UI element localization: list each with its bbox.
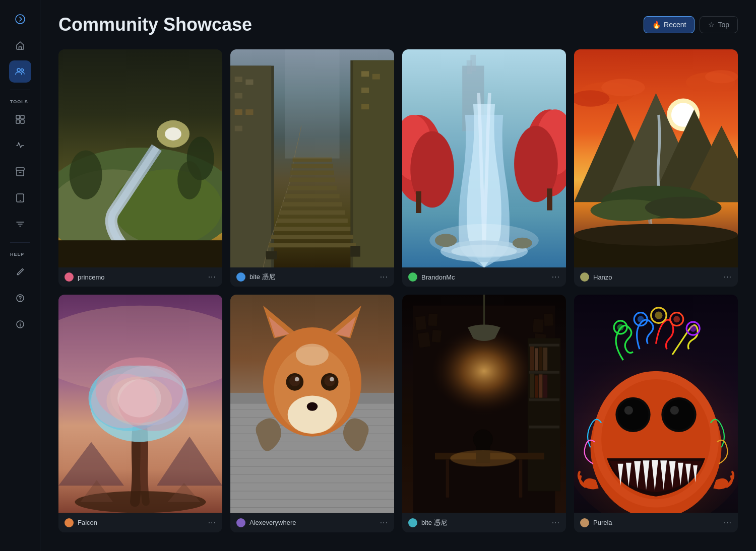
svg-point-13 <box>20 322 20 323</box>
card-more-button-1[interactable]: ··· <box>208 272 216 282</box>
svg-rect-141 <box>432 330 442 342</box>
card-image-2 <box>230 49 394 267</box>
edit-button[interactable] <box>9 261 31 283</box>
community-button[interactable] <box>9 60 31 83</box>
recent-icon: 🔥 <box>652 21 661 29</box>
svg-point-184 <box>624 406 633 415</box>
svg-rect-138 <box>415 316 426 330</box>
svg-point-164 <box>450 450 516 467</box>
svg-point-2 <box>21 69 23 72</box>
author-avatar-8 <box>580 518 589 527</box>
top-icon: ☆ <box>708 21 715 29</box>
svg-point-75 <box>601 79 645 96</box>
nav-toggle-button[interactable] <box>9 8 31 30</box>
author-name-1: princemo <box>78 273 104 281</box>
svg-rect-34 <box>353 60 394 268</box>
svg-rect-4 <box>21 115 24 119</box>
help-button[interactable] <box>9 287 31 309</box>
svg-rect-42 <box>277 219 348 223</box>
svg-rect-6 <box>21 120 24 123</box>
card-author-6: Alexeverywhere <box>236 518 296 527</box>
page-header: Community Showcase 🔥 Recent ☆ Top <box>58 14 738 35</box>
svg-rect-23 <box>58 240 222 267</box>
recent-button[interactable]: 🔥 Recent <box>644 16 695 33</box>
svg-point-185 <box>670 406 679 415</box>
svg-point-9 <box>20 200 21 201</box>
card-more-button-6[interactable]: ··· <box>380 518 388 527</box>
card-more-button-5[interactable]: ··· <box>208 518 216 527</box>
author-avatar-1 <box>65 272 74 282</box>
card-more-button-2[interactable]: ··· <box>380 272 388 282</box>
filter-buttons: 🔥 Recent ☆ Top <box>644 16 738 33</box>
filter-button[interactable] <box>9 213 31 235</box>
svg-rect-151 <box>535 348 538 370</box>
card-more-button-7[interactable]: ··· <box>552 518 560 527</box>
card-more-button-8[interactable]: ··· <box>724 518 732 527</box>
svg-rect-30 <box>235 109 242 115</box>
svg-rect-5 <box>16 120 20 123</box>
author-avatar-7 <box>408 518 417 527</box>
gallery-card-1[interactable]: princemo ··· <box>58 49 222 287</box>
author-avatar-4 <box>580 272 589 282</box>
sidebar-divider-2 <box>10 242 30 243</box>
card-image-8 <box>574 295 738 513</box>
svg-point-0 <box>16 15 25 24</box>
tools-grid-button[interactable] <box>9 108 31 130</box>
like-button[interactable] <box>9 134 31 157</box>
card-author-5: Falcon <box>65 518 97 527</box>
top-button[interactable]: ☆ Top <box>700 16 738 33</box>
gallery-card-7[interactable]: bite 憑尼 ··· <box>402 295 566 532</box>
svg-rect-32 <box>235 126 242 131</box>
sidebar-divider-1 <box>10 90 30 90</box>
gallery-card-5[interactable]: Falcon ··· <box>58 295 222 532</box>
home-button[interactable] <box>9 34 31 56</box>
svg-point-20 <box>70 150 102 199</box>
tools-section-label: TOOLS <box>0 99 28 104</box>
svg-point-183 <box>664 399 695 430</box>
svg-rect-156 <box>539 374 543 398</box>
svg-point-125 <box>288 396 337 434</box>
svg-rect-39 <box>269 243 356 248</box>
svg-rect-154 <box>530 374 535 398</box>
card-footer-1: princemo ··· <box>58 267 222 287</box>
svg-rect-155 <box>535 376 538 398</box>
svg-point-193 <box>673 316 680 323</box>
svg-rect-57 <box>467 60 472 74</box>
author-name-7: bite 憑尼 <box>421 518 447 527</box>
page-title: Community Showcase <box>58 14 252 35</box>
svg-rect-41 <box>274 227 351 231</box>
svg-rect-49 <box>291 164 333 168</box>
svg-rect-139 <box>428 314 437 326</box>
gallery-card-8[interactable]: Purela ··· <box>574 295 738 532</box>
card-image-3 <box>402 49 566 267</box>
svg-rect-37 <box>361 88 369 93</box>
svg-point-129 <box>324 376 335 387</box>
svg-rect-27 <box>235 77 242 82</box>
svg-point-128 <box>289 376 300 387</box>
author-name-3: BrandonMc <box>421 273 455 281</box>
card-footer-4: Hanzo ··· <box>574 267 738 287</box>
svg-rect-28 <box>245 80 253 85</box>
author-avatar-3 <box>408 272 417 282</box>
card-more-button-3[interactable]: ··· <box>552 272 560 282</box>
info-button[interactable] <box>9 313 31 335</box>
help-section-label: HELP <box>0 252 24 257</box>
svg-point-78 <box>705 70 738 83</box>
tablet-button[interactable] <box>9 187 31 209</box>
archive-button[interactable] <box>9 161 31 183</box>
svg-point-162 <box>473 430 493 449</box>
card-more-button-4[interactable]: ··· <box>724 272 732 282</box>
svg-point-132 <box>307 402 318 411</box>
card-author-8: Purela <box>580 518 612 527</box>
gallery-card-2[interactable]: bite 憑尼 ··· <box>230 49 394 287</box>
svg-rect-147 <box>529 371 559 374</box>
gallery-card-3[interactable]: BrandonMc ··· <box>402 49 566 287</box>
author-name-8: Purela <box>593 519 612 526</box>
author-name-4: Hanzo <box>593 273 612 281</box>
gallery-card-4[interactable]: Hanzo ··· <box>574 49 738 287</box>
svg-rect-159 <box>446 459 450 498</box>
gallery-card-6[interactable]: Alexeverywhere ··· <box>230 295 394 532</box>
card-footer-7: bite 憑尼 ··· <box>402 513 566 532</box>
svg-rect-3 <box>16 115 20 119</box>
svg-rect-150 <box>530 347 535 371</box>
